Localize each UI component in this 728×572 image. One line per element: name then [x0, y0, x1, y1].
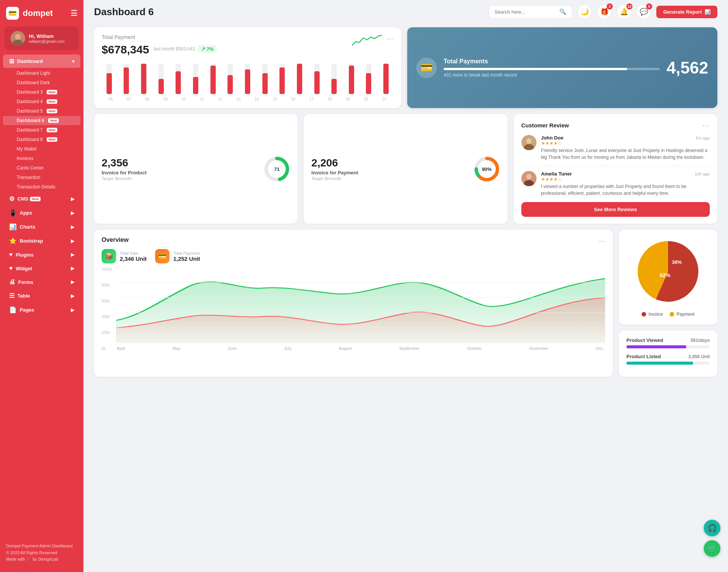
- chevron-right-icon: ▶: [71, 238, 74, 244]
- reviewer-name: John Doe: [541, 135, 563, 141]
- sidebar-item-dashboard-7[interactable]: Dashboard 7New: [3, 125, 80, 135]
- product-viewed-count: 561/days: [690, 338, 710, 343]
- cart-button[interactable]: 🛒: [704, 540, 720, 557]
- bar-group: [378, 64, 394, 94]
- invoice-product-number: 2,356: [102, 157, 258, 169]
- sidebar-item-plugins[interactable]: ♥ Plugins ▶: [3, 248, 80, 261]
- sidebar-item-invoices[interactable]: Invoices: [3, 154, 80, 163]
- bar-fill: [349, 66, 354, 94]
- reviewer-info-amelia: Amelia Tuner 10h ago ★★★★☆ I viewed a nu…: [541, 171, 710, 197]
- blue-progress-fill: [444, 68, 627, 70]
- reviewer-stars: ★★★★☆: [541, 177, 710, 182]
- bar-bg: [349, 64, 354, 94]
- bell-btn[interactable]: 🔔 12: [617, 5, 631, 19]
- sidebar-item-forms[interactable]: 🖨 Forms ▶: [3, 276, 80, 288]
- bar-bg: [331, 64, 337, 94]
- gift-btn[interactable]: 🎁 2: [597, 5, 612, 19]
- theme-toggle-btn[interactable]: 🌙: [577, 5, 592, 19]
- sidebar-item-dashboard-3[interactable]: Dashboard 3New: [3, 88, 80, 97]
- bar-bg: [210, 64, 216, 94]
- sidebar-item-table[interactable]: ☰ Table ▶: [3, 289, 80, 302]
- legend-payment-label: Payment: [676, 312, 694, 317]
- bar-group: [309, 64, 325, 94]
- sidebar-item-my-wallet[interactable]: My Wallet: [3, 144, 80, 154]
- payment-dot: [670, 312, 674, 317]
- sidebar-logo: 💳 dompet ☰: [0, 0, 83, 27]
- svg-point-1: [15, 34, 20, 40]
- hamburger-icon[interactable]: ☰: [71, 9, 77, 18]
- total-payment-label: Total Payment: [173, 251, 200, 255]
- bar-group: [188, 64, 203, 94]
- headset-button[interactable]: 🎧: [704, 520, 720, 536]
- review-more-dots[interactable]: ···: [702, 121, 710, 130]
- search-icon: 🔍: [559, 8, 566, 15]
- sidebar-item-cms[interactable]: ⚙ CMS New ▶: [3, 192, 80, 205]
- chat-btn[interactable]: 💬 5: [637, 5, 651, 19]
- footer-brand: Dompet Payment Admin Dashboard: [6, 543, 77, 550]
- footer-made: Made with ❤️ by DexignLab: [6, 556, 77, 563]
- bar-bg: [383, 64, 389, 94]
- bar-group: [223, 64, 238, 94]
- product-listed-label: Product Listed: [626, 354, 661, 359]
- bar-group: [136, 64, 151, 94]
- sidebar-item-bootstrap[interactable]: ⭐ Bootstrap ▶: [3, 234, 80, 248]
- sidebar-item-cards-center[interactable]: Cards Center: [3, 163, 80, 172]
- bar-fill: [124, 67, 129, 94]
- row-1: Total Payment $678,345 last month $563,4…: [94, 27, 717, 108]
- review-divider: [521, 166, 710, 166]
- blue-sub: 431 more to break last month record: [444, 72, 660, 78]
- page-title: Dashboard 6: [94, 6, 483, 18]
- overview-stats: 📦 Total Sale 2,346 Unit 💳 Total Payment …: [102, 249, 605, 263]
- generate-report-button[interactable]: Generate Report 📊: [656, 6, 717, 18]
- chevron-right-icon: ▶: [71, 307, 74, 313]
- widget-icon: ♥: [9, 265, 13, 272]
- sidebar-item-transaction[interactable]: Transaction: [3, 173, 80, 182]
- sidebar-item-dashboard[interactable]: ⊞ Dashboard ▾: [3, 55, 80, 68]
- review-text: I viewed a number of properties with Jus…: [541, 183, 710, 197]
- sidebar-item-dashboard-8[interactable]: Dashboard 8New: [3, 135, 80, 144]
- pie-chart-card: 62% 38% Invoice Payment: [619, 230, 717, 324]
- sidebar-item-dashboard-6[interactable]: Dashboard 6New: [3, 116, 80, 125]
- sidebar-item-charts[interactable]: 📊 Charts ▶: [3, 220, 80, 234]
- invoice-product-label: Invoice for Product: [102, 170, 258, 176]
- user-email: william@gmail.com: [29, 39, 64, 44]
- card-title: Total Payment: [102, 34, 217, 40]
- sidebar-item-dashboard-dark[interactable]: Dashboard Dark: [3, 78, 80, 87]
- reviewer-name: Amelia Tuner: [541, 171, 572, 177]
- payment-info: Total Payment 1,252 Unit: [173, 251, 200, 262]
- bar-fill: [383, 64, 389, 94]
- bar-group: [102, 64, 117, 94]
- legend-invoice-label: Invoice: [648, 312, 663, 317]
- sidebar-item-transaction-details[interactable]: Transaction Details: [3, 182, 80, 191]
- sidebar-item-dashboard-4[interactable]: Dashboard 4New: [3, 97, 80, 106]
- donut-payment-label: 90%: [482, 166, 492, 172]
- product-viewed-fill: [626, 345, 686, 348]
- gift-badge: 2: [607, 3, 613, 9]
- bell-icon: 🔔: [620, 8, 628, 16]
- see-more-reviews-button[interactable]: See More Reviews: [521, 202, 710, 217]
- sidebar-item-widget[interactable]: ♥ Widget ▶: [3, 262, 80, 275]
- sidebar-item-pages[interactable]: 📄 Pages ▶: [3, 303, 80, 317]
- overview-dots[interactable]: ···: [598, 237, 605, 245]
- search-box[interactable]: 🔍: [489, 5, 572, 18]
- more-options-dots[interactable]: ···: [386, 34, 394, 43]
- total-payment-stat: 💳 Total Payment 1,252 Unit: [155, 249, 200, 263]
- search-input[interactable]: [494, 9, 556, 15]
- bar-group: [257, 64, 273, 94]
- trend-badge: ↗ 7%: [198, 45, 217, 53]
- sidebar-item-apps[interactable]: 📱 Apps ▶: [3, 206, 80, 219]
- headset-icon: 🎧: [708, 523, 717, 533]
- bar-bg: [107, 64, 112, 94]
- area-chart-container: 1000k800k600k400k200k0k: [102, 267, 605, 351]
- sidebar-item-dashboard-light[interactable]: Dashboard Light: [3, 69, 80, 78]
- sidebar-item-dashboard-5[interactable]: Dashboard 5New: [3, 107, 80, 116]
- generate-report-label: Generate Report: [663, 9, 702, 15]
- wallet-icon: 💳: [416, 58, 437, 78]
- reviewer-stars: ★★★★☆: [541, 141, 710, 146]
- product-donut-chart: 71: [264, 156, 290, 182]
- bar-fill: [331, 79, 337, 94]
- bar-fill: [297, 64, 302, 94]
- bar-fill: [158, 79, 164, 94]
- bar-bg: [245, 64, 250, 94]
- footer-copy: © 2023 All Rights Reserved: [6, 550, 77, 556]
